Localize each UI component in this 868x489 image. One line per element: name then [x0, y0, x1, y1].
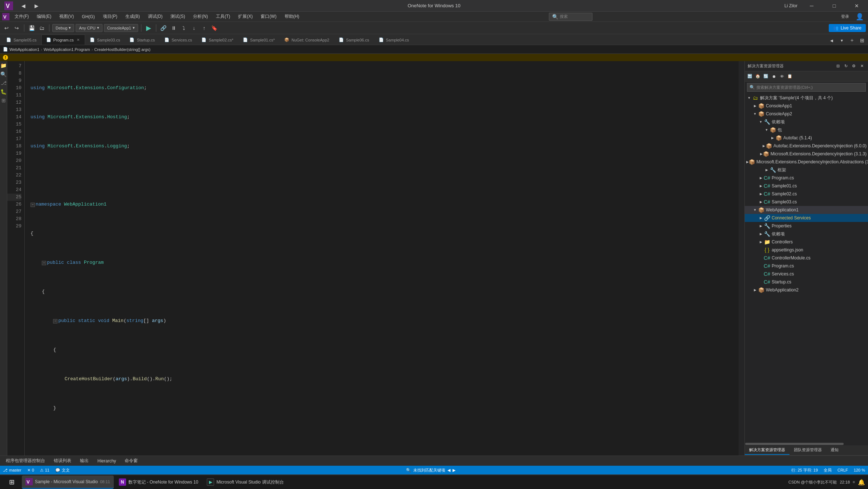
activity-git[interactable]: ⎇: [1, 80, 7, 86]
menu-tools[interactable]: 工具(T): [212, 13, 234, 20]
code-editor[interactable]: using Microsoft.Extensions.Configuration…: [25, 61, 739, 456]
redo-btn[interactable]: ↪: [12, 24, 21, 32]
taskbar-console[interactable]: ▶ Microsoft Visual Studio 调试控制台: [203, 476, 287, 489]
tab-sample06[interactable]: 📄 Sample06.cs: [334, 35, 374, 45]
se-webapp1-program[interactable]: C# Program.cs: [745, 262, 868, 270]
login-btn[interactable]: 登录: [838, 14, 852, 19]
menu-help[interactable]: 帮助(H): [281, 13, 303, 20]
status-zoom[interactable]: 120 %: [854, 468, 865, 472]
se-tab-team[interactable]: 团队资源管理器: [789, 446, 826, 455]
se-tab-solution[interactable]: 解决方案资源管理器: [745, 446, 789, 455]
status-messages[interactable]: 💬 文文: [55, 468, 70, 473]
tab-sample01[interactable]: 📄 Sample01.cs*: [238, 35, 280, 45]
tab-sample05[interactable]: 📄 Sample05.cs: [1, 35, 41, 45]
se-consoleapp1[interactable]: ▶ 📦 ConsoleApp1: [745, 102, 868, 110]
notification-icon[interactable]: 🔔: [858, 479, 865, 486]
bottom-tab-cmd[interactable]: 命令窗: [122, 457, 141, 465]
breadcrumb-file[interactable]: WebApplication1.Program: [44, 47, 90, 52]
tab-startup[interactable]: 📄 Startup.cs: [125, 35, 160, 45]
se-btn2[interactable]: 🏠: [754, 73, 761, 80]
se-refresh-btn[interactable]: ↻: [843, 63, 849, 69]
se-hscroll[interactable]: [745, 442, 868, 445]
maximize-btn[interactable]: □: [826, 0, 843, 12]
platform-dropdown[interactable]: Any CPU ▾: [76, 24, 102, 32]
minimize-btn[interactable]: ─: [803, 0, 820, 12]
se-program-cs-2[interactable]: ▶ C# Program.cs: [745, 174, 868, 182]
step-in-btn[interactable]: ↓: [190, 24, 198, 32]
menu-debug[interactable]: 调试(D): [144, 13, 166, 20]
editor-area[interactable]: 7 8 9 10 11 12 13 14 15 16 17 18 19 20 2…: [7, 61, 744, 456]
tab-sample03[interactable]: 📄 Sample03.cs: [85, 35, 125, 45]
menu-analyze[interactable]: 分析(N): [189, 13, 212, 20]
status-nav-right[interactable]: ▶: [453, 468, 455, 473]
se-webapp2[interactable]: ▶ 📦 WebApplication2: [745, 286, 868, 294]
se-autofac[interactable]: ▶ 📦 Autofac (5.1.4): [745, 134, 868, 142]
attach-btn[interactable]: 🔗: [159, 24, 168, 32]
status-line-ending[interactable]: CRLF: [837, 468, 848, 472]
menu-project[interactable]: 项目(P): [99, 13, 121, 20]
se-deps[interactable]: ▼ 🔧 依赖项: [745, 118, 868, 126]
menu-extensions[interactable]: 扩展(X): [234, 13, 256, 20]
status-warnings[interactable]: ⚠ 11: [40, 468, 49, 473]
menu-gh[interactable]: GH(G): [78, 13, 98, 20]
new-tab-btn[interactable]: ＋: [848, 36, 856, 45]
bottom-tab-errors[interactable]: 错误列表: [51, 457, 74, 465]
status-encoding[interactable]: 全局: [824, 468, 832, 473]
search-box[interactable]: 🔍 搜索: [549, 13, 592, 21]
se-webapp1-deps[interactable]: ▶ 🔧 依赖项: [745, 230, 868, 238]
status-branch[interactable]: ⎇ master: [3, 468, 21, 473]
split-editor-btn[interactable]: ⊞: [858, 36, 867, 45]
se-packages[interactable]: ▼ 📦 包: [745, 126, 868, 134]
se-collapse-btn[interactable]: ⊟: [835, 63, 841, 69]
menu-build[interactable]: 生成(B): [122, 13, 144, 20]
se-appsettings[interactable]: { } appsettings.json: [745, 246, 868, 254]
bottom-tab-hierarchy[interactable]: Hierarchy: [95, 458, 119, 464]
menu-edit[interactable]: 编辑(E): [33, 13, 55, 20]
taskbar-onenote[interactable]: N 数字笔记 - OneNote for Windows 10: [115, 476, 202, 489]
se-ms-dia[interactable]: ▶ 📦 Microsoft.Extensions.DependencyInjec…: [745, 158, 868, 166]
se-filter-btn[interactable]: ⏺: [770, 73, 777, 80]
tabs-scroll-left[interactable]: ◀: [827, 36, 836, 45]
menu-view[interactable]: 视图(V): [56, 13, 77, 20]
menu-file[interactable]: 文件(F): [11, 13, 32, 20]
bottom-tab-output[interactable]: 输出: [77, 457, 92, 465]
se-controllers[interactable]: ▶ 📁 Controllers: [745, 238, 868, 246]
user-icon[interactable]: 👤: [853, 13, 867, 21]
tab-program-close[interactable]: ✕: [76, 37, 80, 43]
se-close-btn[interactable]: ✕: [859, 63, 865, 69]
tab-services[interactable]: 📄 Services.cs: [160, 35, 197, 45]
se-btn3[interactable]: 🔃: [762, 73, 769, 80]
project-dropdown[interactable]: ConsoleApp1 ▾: [104, 24, 138, 32]
breakpoint-btn[interactable]: ⏸: [169, 24, 178, 32]
se-startup-cs[interactable]: C# Startup.cs: [745, 278, 868, 286]
se-solution-root[interactable]: ▼ 🗂 解决方案 'Sample'(4 个项目，共 4 个): [745, 94, 868, 102]
bookmark-btn[interactable]: 🔖: [210, 24, 219, 32]
run-btn[interactable]: ▶: [144, 24, 153, 32]
live-share-btn[interactable]: 👥 Live Share: [829, 24, 866, 32]
se-tab-notifications[interactable]: 通知: [826, 446, 843, 455]
menu-window[interactable]: 窗口(W): [257, 13, 280, 20]
se-webapp1[interactable]: ▼ 📦 WebApplication1: [745, 206, 868, 214]
se-sample02[interactable]: ▶ C# Sample02.cs: [745, 190, 868, 198]
activity-debug[interactable]: 🐛: [0, 89, 7, 95]
se-consoleapp2[interactable]: ▼ 📦 ConsoleApp2: [745, 110, 868, 118]
config-dropdown[interactable]: Debug ▾: [52, 24, 74, 32]
undo-btn[interactable]: ↩: [2, 24, 11, 32]
status-errors[interactable]: ✕ 0: [27, 468, 34, 473]
se-settings-btn[interactable]: ⚙: [851, 63, 857, 69]
status-position[interactable]: 行: 25 字符: 19: [791, 468, 818, 473]
step-over-btn[interactable]: ⤵: [180, 24, 188, 32]
save-all-btn[interactable]: 🗂: [37, 24, 46, 32]
menu-test[interactable]: 测试(S): [167, 13, 189, 20]
tab-program[interactable]: 📄 Program.cs ✕: [41, 35, 85, 45]
tab-nuget[interactable]: 📦 NuGet: ConsoleApp2: [280, 35, 334, 45]
tab-sample04[interactable]: 📄 Sample04.cs: [374, 35, 414, 45]
taskbar-vs[interactable]: V Sample - Microsoft Visual Studio 08:11: [22, 476, 114, 489]
se-tree[interactable]: ▼ 🗂 解决方案 'Sample'(4 个项目，共 4 个) ▶ 📦 Conso…: [745, 93, 868, 442]
se-services-cs[interactable]: C# Services.cs: [745, 270, 868, 278]
save-btn[interactable]: 💾: [27, 24, 36, 32]
nav-back-btn[interactable]: ◀: [19, 1, 28, 10]
se-ms-di[interactable]: ▶ 📦 Microsoft.Extensions.DependencyInjec…: [745, 150, 868, 158]
taskbar-start-btn[interactable]: ⊞: [3, 476, 20, 489]
tab-sample02[interactable]: 📄 Sample02.cs*: [197, 35, 238, 45]
